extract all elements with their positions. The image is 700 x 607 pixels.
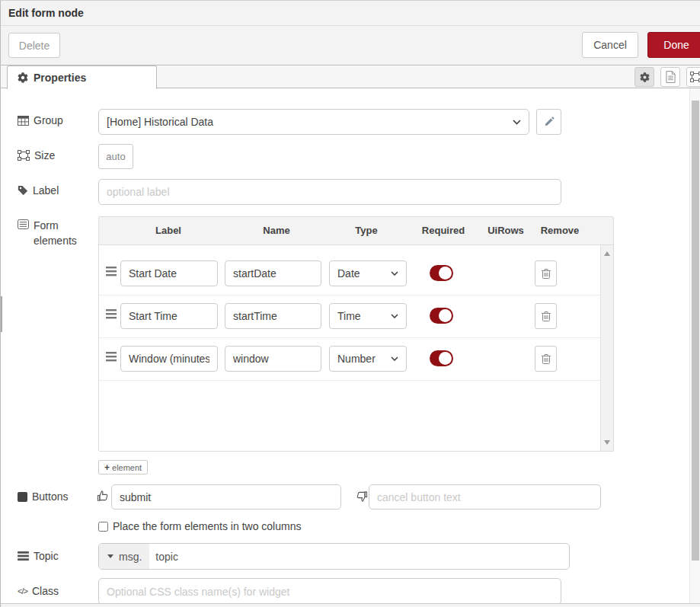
trash-icon xyxy=(542,311,551,321)
element-type-select[interactable]: Time xyxy=(329,303,407,329)
two-columns-checkbox-label[interactable]: Place the form elements in two columns xyxy=(113,520,301,532)
label-field-label: Label xyxy=(18,184,59,196)
dialog-toolbar: Delete Cancel Done xyxy=(1,26,700,65)
cancel-button[interactable]: Cancel xyxy=(582,32,638,58)
column-header-required: Required xyxy=(422,225,465,236)
scroll-down-icon[interactable] xyxy=(604,440,610,445)
code-icon: </> xyxy=(18,586,27,596)
tab-strip: Properties xyxy=(1,65,700,88)
column-header-name: Name xyxy=(263,225,289,236)
thumbs-up-icon xyxy=(97,490,109,502)
size-label: Size xyxy=(18,149,55,161)
buttons-label: Buttons xyxy=(18,490,68,503)
two-columns-checkbox[interactable] xyxy=(98,522,108,532)
list-alt-icon xyxy=(18,219,29,229)
pencil-icon xyxy=(544,117,555,127)
scroll-up-icon[interactable] xyxy=(604,251,610,256)
object-group-icon xyxy=(18,150,30,161)
remove-row-button[interactable] xyxy=(535,303,557,329)
remove-row-button[interactable] xyxy=(535,260,557,286)
panel-scrollbar[interactable] xyxy=(689,88,700,607)
size-button[interactable]: auto xyxy=(98,144,133,169)
class-label: </> Class xyxy=(18,585,59,597)
tag-icon xyxy=(18,185,28,196)
column-header-label: Label xyxy=(155,225,181,236)
element-label-input[interactable] xyxy=(120,303,218,329)
form-elements-label: Form elements xyxy=(18,218,83,249)
trash-icon xyxy=(542,268,551,279)
topic-value[interactable]: topic xyxy=(149,544,178,569)
dialog-title: Edit form node xyxy=(8,7,84,19)
topic-type-label: msg. xyxy=(119,551,142,563)
column-header-type: Type xyxy=(355,225,377,236)
group-label: Group xyxy=(18,114,63,126)
drag-handle-icon[interactable] xyxy=(106,352,117,362)
row-separator xyxy=(99,380,600,381)
table-body: Date xyxy=(99,245,613,451)
dialog-footer xyxy=(1,603,700,607)
label-input[interactable] xyxy=(98,179,561,205)
add-element-button[interactable]: + element xyxy=(98,460,148,474)
group-select-value: [Home] Historical Data xyxy=(107,116,213,128)
tasks-icon xyxy=(18,551,29,561)
required-toggle[interactable] xyxy=(430,265,453,281)
topic-type-selector[interactable]: msg. xyxy=(99,544,149,569)
properties-panel: Group [Home] Historical Data Size auto xyxy=(1,88,700,607)
chevron-down-icon xyxy=(391,271,398,276)
tab-properties-label: Properties xyxy=(34,72,86,84)
chevron-down-icon xyxy=(513,120,521,125)
element-name-input[interactable] xyxy=(225,260,321,286)
appearance-button[interactable] xyxy=(686,67,700,87)
gear-icon xyxy=(640,72,650,82)
plus-icon: + xyxy=(104,462,110,473)
dialog-header: Edit form node xyxy=(1,1,700,26)
element-label-input[interactable] xyxy=(120,260,218,286)
table-icon xyxy=(18,116,29,126)
tab-properties[interactable]: Properties xyxy=(7,65,157,89)
chevron-down-icon xyxy=(391,314,398,318)
form-elements-table: Label Name Type Required UiRows Remove D… xyxy=(98,216,614,452)
caret-down-icon xyxy=(107,554,113,558)
square-icon xyxy=(18,492,27,502)
submit-button-text-input[interactable] xyxy=(111,484,341,510)
edit-form-node-dialog: Edit form node Delete Cancel Done Proper… xyxy=(0,0,700,607)
description-button[interactable] xyxy=(660,67,680,87)
required-toggle[interactable] xyxy=(430,350,453,366)
thumbs-down-icon xyxy=(356,490,368,503)
scrollbar-thumb[interactable] xyxy=(692,101,699,561)
object-group-icon xyxy=(690,72,700,82)
tray-resize-grip[interactable] xyxy=(1,296,2,332)
element-name-input[interactable] xyxy=(225,346,321,372)
topic-typed-input[interactable]: msg. topic xyxy=(98,543,570,570)
row-separator xyxy=(99,337,600,338)
class-input[interactable] xyxy=(98,578,561,605)
chevron-down-icon xyxy=(391,356,398,361)
column-header-remove: Remove xyxy=(541,225,580,236)
group-select[interactable]: [Home] Historical Data xyxy=(98,109,529,135)
element-type-select[interactable]: Date xyxy=(329,260,407,286)
drag-handle-icon[interactable] xyxy=(106,267,117,276)
gear-icon xyxy=(18,72,28,83)
delete-button[interactable]: Delete xyxy=(8,33,60,58)
element-name-input[interactable] xyxy=(225,303,321,329)
topic-label: Topic xyxy=(18,550,59,562)
table-header: Label Name Type Required UiRows Remove xyxy=(99,217,613,245)
remove-row-button[interactable] xyxy=(535,346,557,372)
trash-icon xyxy=(542,353,551,364)
row-separator xyxy=(99,295,600,296)
drag-handle-icon[interactable] xyxy=(106,309,117,319)
table-scrollbar[interactable] xyxy=(600,245,613,451)
properties-view-button[interactable] xyxy=(634,67,654,87)
column-header-uirows: UiRows xyxy=(487,225,524,236)
done-button[interactable]: Done xyxy=(647,32,700,58)
required-toggle[interactable] xyxy=(430,308,453,324)
group-edit-button[interactable] xyxy=(536,109,561,135)
element-label-input[interactable] xyxy=(120,346,218,372)
file-text-icon xyxy=(666,71,676,83)
element-type-select[interactable]: Number xyxy=(329,346,407,372)
cancel-button-text-input[interactable] xyxy=(369,484,601,510)
